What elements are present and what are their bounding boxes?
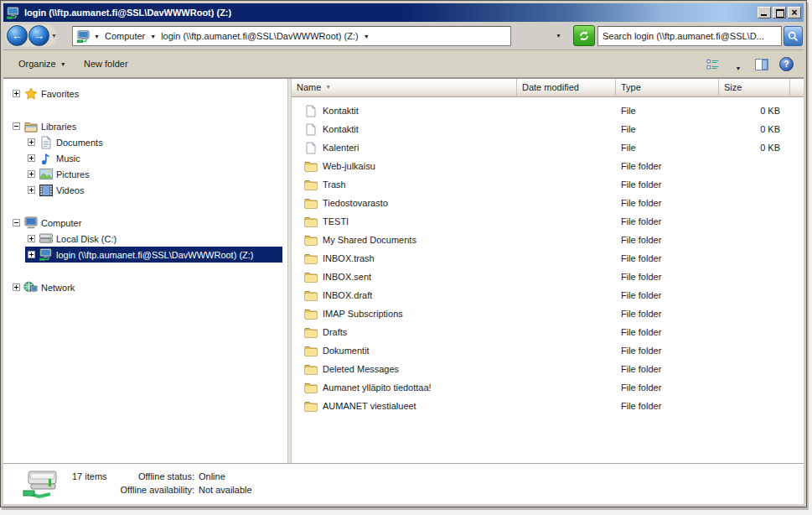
search-button[interactable]	[784, 26, 803, 46]
tree-item[interactable]: Libraries	[3, 118, 287, 134]
file-name[interactable]: Drafts	[323, 327, 347, 337]
tree-item-label[interactable]: Favorites	[41, 89, 79, 99]
tree-expander[interactable]	[28, 170, 35, 178]
file-list-pane: Name ▼ Date modified ▼ Type ▼ Size ▼ Kon…	[292, 79, 804, 463]
file-row[interactable]: TESTI File folder	[292, 212, 804, 231]
file-row[interactable]: Web-julkaisu File folder	[292, 157, 804, 175]
file-type: File	[616, 124, 719, 134]
file-name[interactable]: Kalenteri	[323, 143, 359, 153]
address-history-dropdown-icon[interactable]: ▼	[556, 33, 561, 39]
file-row[interactable]: Trash File folder	[292, 175, 804, 194]
breadcrumb-arrow-icon[interactable]: ▼	[150, 34, 156, 39]
tree-item-label[interactable]: Videos	[56, 185, 84, 195]
column-header[interactable]: Date modified ▼	[517, 79, 616, 97]
help-button[interactable]: ?	[779, 57, 794, 71]
file-name[interactable]: My Shared Documents	[323, 235, 416, 245]
views-dropdown-icon[interactable]: ▼	[731, 61, 746, 75]
file-name[interactable]: Trash	[323, 179, 346, 190]
back-button[interactable]: ←	[7, 25, 28, 46]
breadcrumb-arrow-icon[interactable]: ▼	[364, 34, 370, 39]
tree-item[interactable]: Favorites	[3, 86, 287, 101]
new-folder-button[interactable]: New folder	[80, 57, 132, 70]
tree-item[interactable]: Pictures	[3, 166, 287, 182]
file-row[interactable]: Dokumentit File folder	[292, 341, 804, 360]
file-name[interactable]: Dokumentit	[323, 346, 370, 356]
recent-pages-dropdown-icon[interactable]: ▼	[51, 33, 57, 39]
breadcrumb-current-folder[interactable]: login (\\ftp.aumanet.fi@SSL\DavWWWRoot) …	[159, 30, 360, 42]
tree-item-label[interactable]: Music	[56, 153, 80, 164]
address-bar[interactable]: ▼ Computer ▼ login (\\ftp.aumanet.fi@SSL…	[72, 26, 511, 46]
tree-item-label[interactable]: Computer	[41, 218, 81, 228]
preview-pane-button[interactable]	[754, 58, 769, 71]
file-name[interactable]: Kontaktit	[323, 124, 359, 134]
file-row[interactable]: Tiedostovarasto File folder	[292, 194, 804, 212]
tree-item[interactable]: Computer	[3, 215, 287, 231]
file-name[interactable]: IMAP Subscriptions	[323, 309, 403, 319]
column-header[interactable]: Type ▼	[616, 79, 719, 97]
file-row[interactable]: Kalenteri File 0 KB	[292, 138, 804, 157]
tree-expander[interactable]	[28, 154, 35, 162]
navigation-bar: ← → ▼ ▼ Computer ▼ login (\\ftp.aumanet.…	[3, 22, 804, 50]
minimize-button[interactable]	[758, 7, 771, 18]
views-button[interactable]	[706, 58, 721, 71]
refresh-button[interactable]	[573, 25, 595, 46]
tree-item-label[interactable]: Pictures	[56, 169, 90, 179]
column-header[interactable]: Name ▼	[292, 79, 517, 97]
tree-expander[interactable]	[13, 122, 20, 130]
tree-expander[interactable]	[28, 235, 35, 242]
file-name[interactable]: TESTI	[323, 216, 349, 226]
tree-item[interactable]: Documents	[3, 134, 287, 150]
file-icon	[303, 399, 318, 413]
tree-item-label[interactable]: login (\\ftp.aumanet.fi@SSL\DavWWWRoot) …	[56, 250, 254, 260]
file-row[interactable]: Kontaktit File 0 KB	[292, 101, 804, 120]
sort-arrow-icon: ▼	[325, 84, 331, 90]
file-name[interactable]: AUMANET viestialueet	[323, 401, 416, 411]
file-name[interactable]: Aumanet ylläpito tiedottaa!	[323, 382, 432, 393]
file-row[interactable]: Kontaktit File 0 KB	[292, 120, 804, 138]
file-row[interactable]: Deleted Messages File folder	[292, 360, 804, 378]
tree-item-label[interactable]: Libraries	[41, 122, 76, 132]
file-name[interactable]: INBOX.trash	[323, 253, 375, 263]
tree-item[interactable]: Local Disk (C:)	[3, 231, 287, 247]
search-input[interactable]	[598, 27, 781, 45]
tree-item-label[interactable]: Local Disk (C:)	[56, 234, 116, 244]
tree-item[interactable]: Videos	[3, 182, 287, 198]
forward-button[interactable]: →	[28, 25, 49, 46]
tree-item-icon	[39, 168, 53, 181]
file-name[interactable]: INBOX.sent	[323, 272, 371, 282]
file-name[interactable]: Kontaktit	[323, 106, 359, 116]
tree-item-label[interactable]: Documents	[56, 138, 103, 148]
tree-item[interactable]: Music	[3, 150, 287, 166]
address-drive-icon[interactable]	[76, 30, 91, 43]
organize-button[interactable]: Organize ▼	[15, 57, 70, 70]
column-header-label: Size	[724, 82, 742, 92]
file-row[interactable]: INBOX.draft File folder	[292, 286, 804, 304]
title-bar[interactable]: login (\\ftp.aumanet.fi@SSL\DavWWWRoot) …	[3, 3, 804, 22]
tree-expander[interactable]	[13, 219, 20, 226]
file-name[interactable]: Web-julkaisu	[323, 161, 375, 171]
file-name[interactable]: Deleted Messages	[323, 364, 399, 374]
file-name[interactable]: INBOX.draft	[323, 290, 372, 300]
file-type: File folder	[616, 235, 719, 245]
file-row[interactable]: Drafts File folder	[292, 323, 804, 341]
tree-item-label[interactable]: Network	[41, 283, 75, 293]
close-button[interactable]	[788, 7, 801, 18]
tree-expander[interactable]	[28, 138, 35, 146]
breadcrumb-computer[interactable]: Computer	[103, 30, 147, 42]
tree-item[interactable]: Network	[3, 279, 287, 295]
tree-expander[interactable]	[13, 284, 20, 291]
file-row[interactable]: AUMANET viestialueet File folder	[292, 397, 804, 415]
file-row[interactable]: INBOX.sent File folder	[292, 268, 804, 286]
tree-expander[interactable]	[28, 186, 35, 194]
address-root-dropdown-icon[interactable]: ▼	[94, 34, 100, 39]
tree-item[interactable]: login (\\ftp.aumanet.fi@SSL\DavWWWRoot) …	[3, 247, 287, 263]
file-row[interactable]: IMAP Subscriptions File folder	[292, 304, 804, 323]
column-header[interactable]: Size ▼	[719, 79, 790, 97]
tree-expander[interactable]	[13, 90, 20, 97]
tree-expander[interactable]	[28, 251, 35, 258]
file-row[interactable]: My Shared Documents File folder	[292, 231, 804, 249]
file-name[interactable]: Tiedostovarasto	[323, 198, 388, 208]
file-row[interactable]: Aumanet ylläpito tiedottaa! File folder	[292, 378, 804, 397]
file-row[interactable]: INBOX.trash File folder	[292, 249, 804, 268]
maximize-button[interactable]	[773, 7, 786, 18]
